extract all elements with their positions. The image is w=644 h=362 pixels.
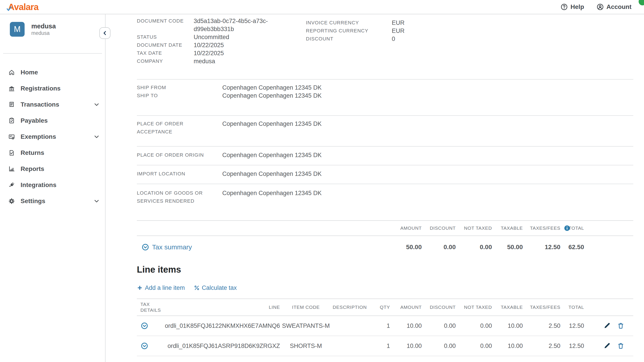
goods-location-section: LOCATION OF GOODS OR SERVICES RENDEREDCo… xyxy=(137,184,633,220)
add-line-item-label: Add a line item xyxy=(145,285,185,291)
field-label: DOCUMENT CODE xyxy=(137,17,184,33)
account-button[interactable]: Account xyxy=(596,3,632,10)
line-id: ordli_01K85FQJ6122NKMXHX6E7AMNQ6 xyxy=(162,323,280,329)
line-item-row: ordli_01K85FQJ61ASRP918D6K9ZRGXZ SHORTS-… xyxy=(137,336,633,356)
notification-bubble[interactable] xyxy=(639,0,644,5)
edit-icon[interactable] xyxy=(603,342,610,350)
field-label: DISCOUNT xyxy=(306,35,373,43)
taxable: 10.00 xyxy=(492,323,523,329)
sidebar-item-label: Exemptions xyxy=(20,133,94,140)
sidebar-collapse-button[interactable] xyxy=(99,27,110,39)
plug-icon xyxy=(8,181,15,189)
discount: 0.00 xyxy=(422,323,456,329)
field-label: INVOICE CURRENCY xyxy=(306,19,373,27)
column-header: TAXES/FEES xyxy=(523,304,560,310)
reporting-currency-value: EUR xyxy=(392,27,404,35)
trash-icon[interactable] xyxy=(617,342,624,350)
sidebar-item-label: Returns xyxy=(20,149,100,156)
sidebar-item-reports[interactable]: Reports xyxy=(0,161,105,177)
expand-row-icon[interactable] xyxy=(141,342,162,350)
summary-not-taxed: 0.00 xyxy=(456,244,492,251)
field-label: LOCATION OF GOODS OR SERVICES RENDERED xyxy=(137,189,204,205)
line-items-actions: Add a line item Calculate tax xyxy=(137,282,633,294)
sidebar-nav: Home Registrations Transactions Payables xyxy=(0,64,105,209)
order-acceptance-section: PLACE OF ORDER ACCEPTANCECopenhagen Cope… xyxy=(137,116,633,146)
sidebar-item-payables[interactable]: Payables xyxy=(0,113,105,129)
percent-icon xyxy=(194,285,200,291)
not-taxed: 0.00 xyxy=(456,323,492,329)
sidebar-item-integrations[interactable]: Integrations xyxy=(0,177,105,193)
invoice-currency-value: EUR xyxy=(392,19,404,27)
summary-amount: 50.00 xyxy=(390,244,422,251)
order-acceptance-value: Copenhagen Copenhagen 12345 DK xyxy=(222,120,322,136)
receipt-icon xyxy=(8,101,15,108)
home-icon xyxy=(8,69,15,76)
line-items-table: TAX DETAILS LINE ITEM CODE DESCRIPTION Q… xyxy=(137,299,633,362)
top-bar: Avalara Help Account xyxy=(0,0,644,14)
ship-section: SHIP FROMCopenhagen Copenhagen 12345 DK … xyxy=(137,79,633,115)
sidebar-item-exemptions[interactable]: Exemptions xyxy=(0,129,105,145)
clipboard-check-icon xyxy=(8,117,15,124)
trash-icon[interactable] xyxy=(617,322,624,329)
divider xyxy=(3,53,102,54)
qty: 1 xyxy=(368,323,390,329)
avalara-logo[interactable]: Avalara xyxy=(8,2,38,12)
line-items-header: TAX DETAILS LINE ITEM CODE DESCRIPTION Q… xyxy=(137,299,633,316)
taxable: 10.00 xyxy=(492,343,523,350)
summary-taxes-fees: 12.50 xyxy=(523,244,560,251)
info-icon[interactable] xyxy=(564,225,570,231)
bar-chart-icon xyxy=(8,165,15,173)
field-label: COMPANY xyxy=(137,57,184,65)
sidebar-item-returns[interactable]: Returns xyxy=(0,145,105,161)
avatar: M xyxy=(10,22,24,37)
edit-icon[interactable] xyxy=(603,322,610,329)
sidebar-item-registrations[interactable]: Registrations xyxy=(0,80,105,96)
sidebar-item-label: Payables xyxy=(20,117,100,124)
line-items-heading: Line items xyxy=(137,263,633,276)
field-label: PLACE OF ORDER ORIGIN xyxy=(137,151,204,159)
ship-from-value: Copenhagen Copenhagen 12345 DK xyxy=(222,84,322,92)
chevron-down-icon xyxy=(94,101,100,108)
column-header: TAX DETAILS xyxy=(137,302,162,313)
add-line-item-button[interactable]: Add a line item xyxy=(137,285,185,291)
tax-summary-header: AMOUNT DISCOUNT NOT TAXED TAXABLE TAXES/… xyxy=(137,220,633,236)
sidebar-item-home[interactable]: Home xyxy=(0,64,105,80)
amount: 10.00 xyxy=(390,323,422,329)
chevron-down-icon xyxy=(94,134,100,140)
calculate-tax-button[interactable]: Calculate tax xyxy=(194,285,237,291)
order-origin-section: PLACE OF ORDER ORIGINCopenhagen Copenhag… xyxy=(137,147,633,165)
bank-icon xyxy=(8,85,15,92)
import-location-value: Copenhagen Copenhagen 12345 DK xyxy=(222,170,322,178)
qty: 1 xyxy=(368,343,390,350)
column-header: TAXABLE xyxy=(492,225,523,231)
sidebar-item-transactions[interactable]: Transactions xyxy=(0,96,105,113)
total: 12.50 xyxy=(560,343,584,350)
line-item-row: ordli_01K85FQJ61FK7T5R1FKH671XMN SWEATSH… xyxy=(137,356,633,362)
tax-summary-label: Tax summary xyxy=(152,243,192,251)
expand-row-icon[interactable] xyxy=(141,322,162,329)
field-label: IMPORT LOCATION xyxy=(137,170,204,178)
discount: 0.00 xyxy=(422,343,456,350)
tax-summary-table: AMOUNT DISCOUNT NOT TAXED TAXABLE TAXES/… xyxy=(137,220,633,258)
field-label: SHIP TO xyxy=(137,92,204,100)
line-id: ordli_01K85FQJ61ASRP918D6K9ZRGXZ xyxy=(162,343,280,350)
column-header: DISCOUNT xyxy=(422,304,456,310)
sidebar-item-settings[interactable]: Settings xyxy=(0,193,105,209)
certificate-icon xyxy=(8,133,15,140)
import-location-section: IMPORT LOCATIONCopenhagen Copenhagen 123… xyxy=(137,165,633,184)
tax-summary-toggle[interactable]: Tax summary xyxy=(142,243,390,251)
account-label: Account xyxy=(606,3,632,10)
app-window: Avalara Help Account M medu xyxy=(0,0,644,362)
column-header: DESCRIPTION xyxy=(332,304,368,310)
org-subtitle: medusa xyxy=(31,30,56,36)
column-header: QTY xyxy=(368,304,390,310)
account-icon xyxy=(596,3,604,10)
help-button[interactable]: Help xyxy=(560,3,584,10)
sidebar-item-label: Home xyxy=(20,69,100,76)
sidebar-item-label: Reports xyxy=(20,165,100,173)
taxes-fees: 2.50 xyxy=(523,323,560,329)
field-label: DOCUMENT DATE xyxy=(137,41,184,49)
field-label: REPORTING CURRENCY xyxy=(306,27,373,35)
column-header: TOTAL xyxy=(560,304,584,310)
summary-taxable: 50.00 xyxy=(492,244,523,251)
